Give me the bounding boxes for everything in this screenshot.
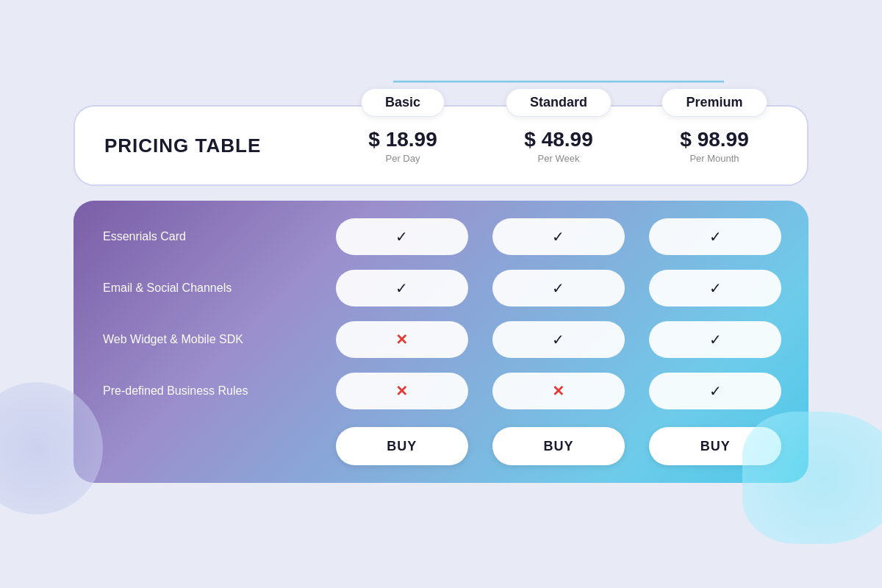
- plan-price-premium: $ 98.99: [680, 128, 748, 151]
- feature-check-0-basic: ✓: [323, 218, 480, 255]
- check-icon-2-premium: ✓: [709, 331, 722, 348]
- buy-col-standard: BUY: [480, 427, 637, 465]
- feature-check-2-basic: ✕: [323, 321, 480, 358]
- cross-icon-3-standard: ✕: [552, 382, 564, 400]
- check-pill-2-basic: ✕: [336, 321, 468, 358]
- check-pill-3-basic: ✕: [336, 373, 468, 409]
- feature-label-1: Email & Social Channels: [88, 282, 323, 295]
- cross-icon-3-basic: ✕: [395, 382, 408, 400]
- feature-check-1-standard: ✓: [480, 270, 637, 306]
- plan-price-basic: $ 18.99: [368, 128, 437, 151]
- check-icon-0-premium: ✓: [709, 228, 722, 245]
- plan-price-standard: $ 48.99: [524, 128, 592, 151]
- check-icon-3-premium: ✓: [709, 382, 722, 400]
- feature-row-0: Essenrials Card ✓ ✓ ✓: [88, 215, 794, 258]
- feature-checks-0: ✓ ✓ ✓: [323, 218, 794, 255]
- pricing-wrapper: PRICING TABLE Basic $ 18.99 Per Day Stan…: [74, 105, 808, 483]
- feature-label-3: Pre-defined Business Rules: [88, 384, 323, 398]
- decorative-blob-right: [742, 412, 882, 544]
- plan-col-basic: Basic $ 18.99 Per Day: [325, 128, 481, 164]
- buy-row: BUY BUY BUY: [88, 424, 794, 468]
- buy-cols: BUY BUY BUY: [323, 427, 794, 465]
- check-icon-1-basic: ✓: [395, 279, 408, 297]
- feature-check-2-premium: ✓: [637, 321, 794, 358]
- feature-check-0-standard: ✓: [480, 218, 637, 255]
- feature-row-3: Pre-defined Business Rules ✕ ✕ ✓: [88, 370, 794, 412]
- tab-connectors: [310, 80, 807, 83]
- check-icon-1-standard: ✓: [552, 279, 564, 297]
- feature-row-2: Web Widget & Mobile SDK ✕ ✓ ✓: [88, 318, 794, 361]
- check-pill-2-premium: ✓: [649, 321, 781, 358]
- feature-label-2: Web Widget & Mobile SDK: [88, 333, 323, 346]
- check-pill-0-standard: ✓: [492, 218, 625, 255]
- plan-period-standard: Per Week: [538, 153, 580, 164]
- check-icon-0-basic: ✓: [395, 228, 408, 245]
- pricing-table-title: PRICING TABLE: [90, 135, 325, 157]
- feature-checks-2: ✕ ✓ ✓: [323, 321, 794, 358]
- check-pill-3-standard: ✕: [492, 373, 625, 409]
- buy-button-basic[interactable]: BUY: [336, 427, 468, 465]
- body-card: Essenrials Card ✓ ✓ ✓: [74, 201, 808, 483]
- feature-check-1-premium: ✓: [637, 270, 794, 306]
- plan-col-premium: Premium $ 98.99 Per Mounth: [637, 128, 792, 164]
- feature-label-0: Essenrials Card: [88, 230, 323, 243]
- feature-check-1-basic: ✓: [323, 270, 480, 306]
- check-pill-1-premium: ✓: [649, 270, 781, 306]
- buy-col-basic: BUY: [323, 427, 480, 465]
- plan-period-premium: Per Mounth: [689, 153, 739, 164]
- feature-checks-1: ✓ ✓ ✓: [323, 270, 794, 306]
- plan-tab-premium: Premium: [662, 88, 767, 117]
- check-icon-0-standard: ✓: [552, 228, 564, 245]
- check-icon-1-premium: ✓: [709, 279, 722, 297]
- check-pill-3-premium: ✓: [649, 373, 781, 409]
- plan-col-standard: Standard $ 48.99 Per Week: [481, 128, 637, 164]
- plan-tab-basic: Basic: [361, 88, 445, 117]
- cross-icon-2-basic: ✕: [395, 331, 408, 348]
- feature-checks-3: ✕ ✕ ✓: [323, 373, 794, 409]
- header-card: PRICING TABLE Basic $ 18.99 Per Day Stan…: [74, 105, 808, 186]
- plan-period-basic: Per Day: [386, 153, 420, 164]
- check-pill-1-standard: ✓: [492, 270, 625, 306]
- feature-check-2-standard: ✓: [480, 321, 637, 358]
- buy-button-standard[interactable]: BUY: [492, 427, 625, 465]
- check-pill-2-standard: ✓: [492, 321, 625, 358]
- check-pill-1-basic: ✓: [336, 270, 468, 306]
- plan-tab-standard: Standard: [506, 88, 612, 117]
- check-icon-2-standard: ✓: [552, 331, 564, 348]
- feature-check-0-premium: ✓: [637, 218, 794, 255]
- feature-check-3-standard: ✕: [480, 373, 637, 409]
- check-pill-0-premium: ✓: [649, 218, 781, 255]
- feature-row-1: Email & Social Channels ✓ ✓ ✓: [88, 267, 794, 309]
- feature-check-3-premium: ✓: [637, 373, 794, 409]
- plan-header-cols: Basic $ 18.99 Per Day Standard $ 48.99 P…: [325, 128, 792, 164]
- check-pill-0-basic: ✓: [336, 218, 468, 255]
- feature-check-3-basic: ✕: [323, 373, 480, 409]
